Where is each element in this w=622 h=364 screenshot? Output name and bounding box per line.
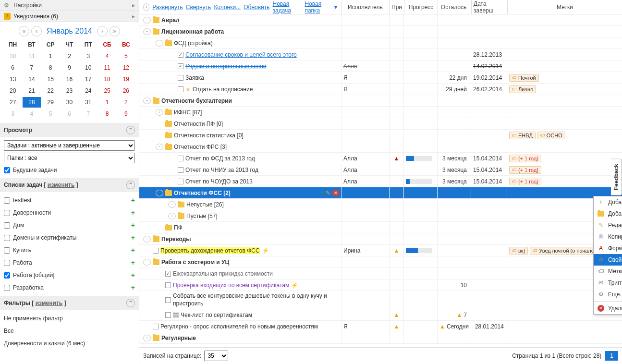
expand-toggle[interactable]: − bbox=[156, 144, 163, 150]
expand-link[interactable]: Развернуть bbox=[152, 4, 183, 11]
expand-toggle[interactable]: − bbox=[143, 28, 151, 35]
folder-row[interactable]: −ФСД (стройка) bbox=[139, 37, 622, 49]
folder-row[interactable]: ›ИФНС [87] bbox=[139, 107, 622, 118]
cal-day[interactable]: 12 bbox=[117, 62, 135, 73]
cal-title[interactable]: Январь 2014 bbox=[47, 27, 92, 36]
refresh-link[interactable]: Обновить bbox=[244, 4, 269, 11]
settings-row[interactable]: ⚙ Настройки ▸ bbox=[0, 0, 139, 11]
cal-day[interactable]: 22 bbox=[42, 85, 60, 96]
tag[interactable]: 🏷Почтой bbox=[509, 74, 539, 82]
edit-link[interactable]: изменить bbox=[48, 182, 74, 188]
task-checkbox[interactable] bbox=[165, 297, 171, 303]
col-assignee[interactable]: Исполнитель bbox=[341, 0, 389, 14]
cal-day[interactable]: 10 bbox=[79, 62, 97, 73]
tag[interactable]: 🏷ЕНВД bbox=[509, 132, 536, 139]
cal-next-button[interactable]: › bbox=[97, 26, 108, 36]
cal-day[interactable]: 15 bbox=[42, 74, 60, 85]
filter-item[interactable]: Не применять фильтр bbox=[4, 313, 135, 324]
folder-row[interactable]: ПФ bbox=[139, 222, 622, 233]
task-checkbox[interactable] bbox=[178, 167, 183, 173]
col-progress[interactable]: Прогресс bbox=[404, 0, 438, 14]
task-row[interactable]: ★Отдать на подписаниеЯ29 дней26.02.2014🏷… bbox=[139, 84, 622, 95]
tasklist-item[interactable]: testtest+ bbox=[4, 195, 135, 206]
edit-link[interactable]: изменить bbox=[36, 300, 62, 306]
expand-toggle[interactable]: − bbox=[156, 190, 163, 196]
row-add-icon[interactable]: + bbox=[320, 190, 324, 196]
tasks-select[interactable]: Задачи : активные и завершенные bbox=[4, 140, 135, 151]
expand-toggle[interactable]: › bbox=[168, 213, 176, 219]
row-delete-icon[interactable]: ✕ bbox=[332, 190, 339, 196]
tasklist-item[interactable]: Дом+ bbox=[4, 220, 135, 231]
folder-row[interactable]: ›Пустые [57] bbox=[139, 210, 622, 222]
task-row[interactable]: Проверка входящих по всем сертификатам ⚡… bbox=[139, 279, 622, 291]
folder-row[interactable]: −Работа с хостером и УЦ bbox=[139, 256, 622, 268]
filter-item[interactable]: Доверенности и ключи (6 мес) bbox=[4, 338, 135, 349]
new-task-link[interactable]: Новая задача bbox=[273, 0, 302, 14]
task-row[interactable]: Отчет по ЧНИУ за 2013 годАлла3 месяца15.… bbox=[139, 164, 622, 176]
cal-day[interactable]: 13 bbox=[4, 74, 22, 85]
dropdown-icon[interactable]: ▾ bbox=[334, 4, 337, 11]
cal-day[interactable]: 28 bbox=[23, 97, 40, 108]
columns-link[interactable]: Колонки... bbox=[214, 4, 241, 11]
cal-day[interactable]: 31 bbox=[23, 51, 40, 61]
tasklist-item[interactable]: Разработка+ bbox=[4, 282, 135, 293]
col-tags[interactable]: Метки bbox=[507, 0, 622, 14]
collapse-up-icon[interactable]: ⌃ bbox=[126, 126, 135, 134]
plus-icon[interactable]: + bbox=[131, 221, 135, 229]
tasklist-item[interactable]: Купить+ bbox=[4, 245, 135, 255]
tag[interactable]: 🏷Лично bbox=[509, 85, 536, 93]
plus-icon[interactable]: + bbox=[131, 259, 135, 267]
row-edit-icon[interactable]: ✎ bbox=[326, 190, 330, 196]
cal-day[interactable]: 9 bbox=[61, 62, 78, 73]
col-due[interactable]: Дата заверш bbox=[471, 0, 507, 14]
cal-day[interactable]: 4 bbox=[98, 51, 116, 61]
cal-day[interactable]: 8 bbox=[42, 62, 60, 73]
task-row[interactable]: ✓Учдоки и нотариальные копииАлла14.02.20… bbox=[139, 61, 622, 72]
cal-day[interactable]: 9 bbox=[117, 109, 135, 119]
task-row[interactable]: Собрать все контуровские дешевые токены … bbox=[139, 291, 622, 309]
cal-day[interactable]: 18 bbox=[98, 74, 116, 85]
task-checkbox[interactable] bbox=[153, 324, 159, 329]
tasklist-item[interactable]: Домены и сертификаты+ bbox=[4, 232, 135, 243]
cal-day[interactable]: 5 bbox=[117, 51, 135, 61]
expand-toggle[interactable]: › bbox=[168, 201, 176, 208]
folder-row[interactable]: ›Непустые [26] bbox=[139, 199, 622, 210]
feedback-tab[interactable]: Feedback bbox=[611, 158, 622, 195]
collapse-up-icon[interactable]: ⌃ bbox=[126, 181, 135, 189]
cal-prev-button[interactable]: ‹ bbox=[31, 26, 42, 36]
task-checkbox[interactable] bbox=[178, 86, 183, 92]
task-checkbox[interactable]: ✓ bbox=[178, 63, 183, 69]
cal-day[interactable]: 2 bbox=[61, 51, 78, 61]
ctx-Копировать[interactable]: ⎘Копировать bbox=[594, 231, 622, 243]
tag[interactable]: 🏷{+ 1 год} bbox=[509, 178, 541, 185]
tasklist-item[interactable]: Работа [общий]+ bbox=[4, 270, 135, 280]
cal-day[interactable]: 3 bbox=[4, 109, 22, 119]
task-checkbox[interactable] bbox=[165, 312, 171, 318]
tag[interactable]: 🏷Увед почтой (о начале) bbox=[530, 247, 598, 255]
folder-row[interactable]: −Переводы bbox=[139, 233, 622, 245]
task-checkbox[interactable]: ✓ bbox=[178, 52, 183, 58]
cal-day[interactable]: 7 bbox=[79, 109, 97, 119]
folder-row[interactable]: Отчетности ПФ [0] bbox=[139, 118, 622, 130]
cal-day[interactable]: 14 bbox=[23, 74, 40, 85]
collapse-link[interactable]: Свернуть bbox=[186, 4, 211, 11]
plus-icon[interactable]: + bbox=[131, 284, 135, 291]
filter-item[interactable]: Все bbox=[4, 326, 135, 336]
task-checkbox[interactable] bbox=[178, 75, 183, 81]
cal-day[interactable]: 11 bbox=[98, 62, 116, 73]
ctx-Триггеры[interactable]: ✉Триггеры bbox=[594, 277, 622, 289]
expand-toggle[interactable]: › bbox=[143, 335, 151, 341]
ctx-Свойства[interactable]: ⚙Свойства bbox=[594, 254, 622, 266]
cal-last-button[interactable]: » bbox=[110, 26, 120, 36]
expand-toggle[interactable]: − bbox=[156, 40, 163, 47]
cal-day[interactable]: 5 bbox=[42, 109, 60, 119]
expand-toggle[interactable]: − bbox=[143, 17, 151, 24]
cal-day[interactable]: 8 bbox=[98, 109, 116, 119]
tag[interactable]: 🏷ОСНО bbox=[537, 132, 565, 139]
folder-row[interactable]: −Отчетности бухгалтерии bbox=[139, 95, 622, 107]
task-row[interactable]: ✓Согласование сроков и целей всего этого… bbox=[139, 49, 622, 61]
future-tasks-checkbox[interactable]: Будущие задачи bbox=[4, 165, 135, 175]
tag[interactable]: 🏷{+ 1 год} bbox=[509, 155, 541, 162]
task-row[interactable]: Отчет по ЧОУДО за 2013Алла3 месяца15.04.… bbox=[139, 176, 622, 187]
cal-day[interactable]: 19 bbox=[117, 74, 135, 85]
